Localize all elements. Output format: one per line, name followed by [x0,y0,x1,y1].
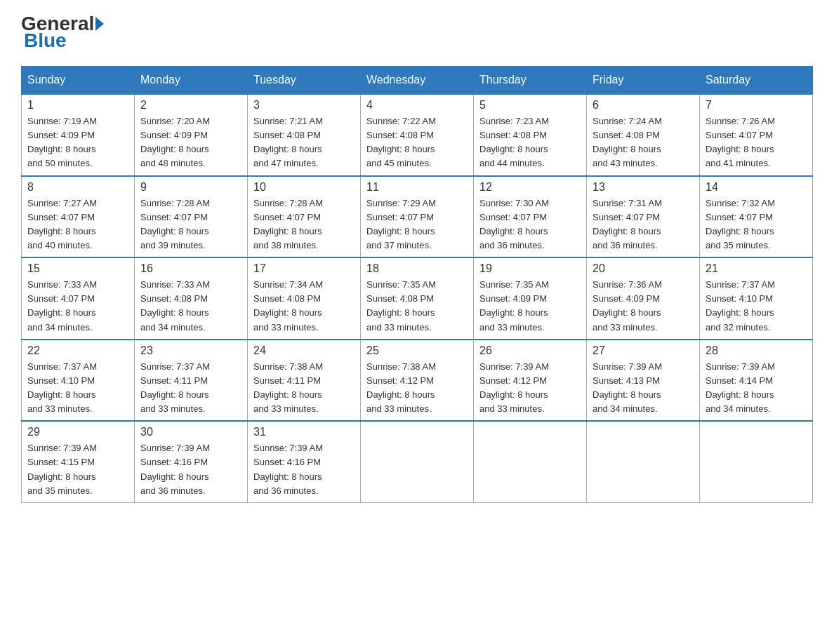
calendar-cell: 30 Sunrise: 7:39 AM Sunset: 4:16 PM Dayl… [135,421,248,502]
weekday-header-friday: Friday [587,67,700,95]
day-info: Sunrise: 7:33 AM Sunset: 4:07 PM Dayligh… [27,278,128,335]
day-number: 24 [253,344,355,357]
calendar-cell: 2 Sunrise: 7:20 AM Sunset: 4:09 PM Dayli… [135,94,248,176]
calendar-cell [474,421,587,502]
day-number: 20 [593,262,694,275]
day-number: 15 [27,262,128,275]
day-number: 19 [479,262,581,275]
week-row-5: 29 Sunrise: 7:39 AM Sunset: 4:15 PM Dayl… [22,421,813,502]
day-info: Sunrise: 7:37 AM Sunset: 4:10 PM Dayligh… [706,278,807,335]
day-info: Sunrise: 7:24 AM Sunset: 4:08 PM Dayligh… [593,114,694,171]
day-info: Sunrise: 7:39 AM Sunset: 4:14 PM Dayligh… [706,360,807,417]
week-row-1: 1 Sunrise: 7:19 AM Sunset: 4:09 PM Dayli… [22,94,813,176]
day-number: 10 [253,181,355,194]
day-number: 9 [140,181,241,194]
weekday-header-saturday: Saturday [700,67,813,95]
calendar-cell: 7 Sunrise: 7:26 AM Sunset: 4:07 PM Dayli… [700,94,813,176]
calendar-cell: 29 Sunrise: 7:39 AM Sunset: 4:15 PM Dayl… [22,421,135,502]
calendar-cell: 14 Sunrise: 7:32 AM Sunset: 4:07 PM Dayl… [700,176,813,258]
calendar-cell: 31 Sunrise: 7:39 AM Sunset: 4:16 PM Dayl… [248,421,361,502]
header: General Blue [21,14,813,52]
day-info: Sunrise: 7:35 AM Sunset: 4:09 PM Dayligh… [479,278,581,335]
day-number: 31 [253,426,355,438]
calendar-cell: 3 Sunrise: 7:21 AM Sunset: 4:08 PM Dayli… [248,94,361,176]
day-info: Sunrise: 7:30 AM Sunset: 4:07 PM Dayligh… [479,196,581,253]
calendar-cell: 27 Sunrise: 7:39 AM Sunset: 4:13 PM Dayl… [587,340,700,422]
logo-triangle-icon [95,17,104,31]
calendar-cell: 20 Sunrise: 7:36 AM Sunset: 4:09 PM Dayl… [587,257,700,340]
day-number: 5 [479,99,581,112]
day-number: 18 [366,262,468,275]
day-info: Sunrise: 7:32 AM Sunset: 4:07 PM Dayligh… [706,196,807,253]
calendar-cell: 13 Sunrise: 7:31 AM Sunset: 4:07 PM Dayl… [587,176,700,258]
weekday-header-tuesday: Tuesday [248,67,361,95]
day-number: 27 [593,344,694,357]
day-number: 23 [140,344,241,357]
week-row-4: 22 Sunrise: 7:37 AM Sunset: 4:10 PM Dayl… [22,340,813,422]
day-info: Sunrise: 7:39 AM Sunset: 4:15 PM Dayligh… [27,441,128,498]
day-info: Sunrise: 7:28 AM Sunset: 4:07 PM Dayligh… [140,196,241,253]
calendar-cell: 25 Sunrise: 7:38 AM Sunset: 4:12 PM Dayl… [361,340,474,422]
week-row-3: 15 Sunrise: 7:33 AM Sunset: 4:07 PM Dayl… [22,257,813,340]
day-number: 22 [27,344,128,357]
day-number: 11 [366,181,468,194]
calendar-cell: 5 Sunrise: 7:23 AM Sunset: 4:08 PM Dayli… [474,94,587,176]
calendar-cell: 9 Sunrise: 7:28 AM Sunset: 4:07 PM Dayli… [135,176,248,258]
day-number: 28 [706,344,807,357]
day-info: Sunrise: 7:34 AM Sunset: 4:08 PM Dayligh… [253,278,355,335]
calendar-cell: 19 Sunrise: 7:35 AM Sunset: 4:09 PM Dayl… [474,257,587,340]
calendar-cell [700,421,813,502]
day-number: 29 [27,426,128,438]
day-number: 26 [479,344,581,357]
calendar-cell: 8 Sunrise: 7:27 AM Sunset: 4:07 PM Dayli… [22,176,135,258]
day-info: Sunrise: 7:33 AM Sunset: 4:08 PM Dayligh… [140,278,241,335]
calendar-body: 1 Sunrise: 7:19 AM Sunset: 4:09 PM Dayli… [22,94,813,502]
day-info: Sunrise: 7:22 AM Sunset: 4:08 PM Dayligh… [366,114,468,171]
calendar-cell: 15 Sunrise: 7:33 AM Sunset: 4:07 PM Dayl… [22,257,135,340]
day-info: Sunrise: 7:20 AM Sunset: 4:09 PM Dayligh… [140,114,241,171]
calendar-cell: 18 Sunrise: 7:35 AM Sunset: 4:08 PM Dayl… [361,257,474,340]
day-info: Sunrise: 7:38 AM Sunset: 4:12 PM Dayligh… [366,360,468,417]
calendar-cell [361,421,474,502]
day-info: Sunrise: 7:39 AM Sunset: 4:12 PM Dayligh… [479,360,581,417]
week-row-2: 8 Sunrise: 7:27 AM Sunset: 4:07 PM Dayli… [22,176,813,258]
calendar-cell: 26 Sunrise: 7:39 AM Sunset: 4:12 PM Dayl… [474,340,587,422]
day-info: Sunrise: 7:19 AM Sunset: 4:09 PM Dayligh… [27,114,128,171]
calendar-cell: 24 Sunrise: 7:38 AM Sunset: 4:11 PM Dayl… [248,340,361,422]
calendar-cell: 17 Sunrise: 7:34 AM Sunset: 4:08 PM Dayl… [248,257,361,340]
day-info: Sunrise: 7:29 AM Sunset: 4:07 PM Dayligh… [366,196,468,253]
day-number: 13 [593,181,694,194]
day-info: Sunrise: 7:39 AM Sunset: 4:13 PM Dayligh… [593,360,694,417]
day-info: Sunrise: 7:36 AM Sunset: 4:09 PM Dayligh… [593,278,694,335]
day-info: Sunrise: 7:26 AM Sunset: 4:07 PM Dayligh… [706,114,807,171]
day-info: Sunrise: 7:27 AM Sunset: 4:07 PM Dayligh… [27,196,128,253]
day-info: Sunrise: 7:38 AM Sunset: 4:11 PM Dayligh… [253,360,355,417]
calendar-cell: 11 Sunrise: 7:29 AM Sunset: 4:07 PM Dayl… [361,176,474,258]
day-info: Sunrise: 7:39 AM Sunset: 4:16 PM Dayligh… [253,441,355,498]
day-number: 25 [366,344,468,357]
calendar-cell: 23 Sunrise: 7:37 AM Sunset: 4:11 PM Dayl… [135,340,248,422]
logo: General Blue [21,14,105,52]
calendar-cell: 10 Sunrise: 7:28 AM Sunset: 4:07 PM Dayl… [248,176,361,258]
day-number: 1 [27,99,128,112]
day-info: Sunrise: 7:39 AM Sunset: 4:16 PM Dayligh… [140,441,241,498]
logo-blue-label: Blue [24,29,67,52]
weekday-header-sunday: Sunday [22,67,135,95]
calendar-cell: 12 Sunrise: 7:30 AM Sunset: 4:07 PM Dayl… [474,176,587,258]
day-number: 21 [706,262,807,275]
day-number: 3 [253,99,355,112]
day-number: 16 [140,262,241,275]
calendar-cell: 4 Sunrise: 7:22 AM Sunset: 4:08 PM Dayli… [361,94,474,176]
day-info: Sunrise: 7:35 AM Sunset: 4:08 PM Dayligh… [366,278,468,335]
calendar-header: SundayMondayTuesdayWednesdayThursdayFrid… [22,67,813,95]
calendar-cell: 28 Sunrise: 7:39 AM Sunset: 4:14 PM Dayl… [700,340,813,422]
day-number: 2 [140,99,241,112]
day-number: 4 [366,99,468,112]
day-info: Sunrise: 7:28 AM Sunset: 4:07 PM Dayligh… [253,196,355,253]
day-info: Sunrise: 7:37 AM Sunset: 4:11 PM Dayligh… [140,360,241,417]
day-number: 12 [479,181,581,194]
weekday-header-row: SundayMondayTuesdayWednesdayThursdayFrid… [22,67,813,95]
day-number: 17 [253,262,355,275]
day-info: Sunrise: 7:21 AM Sunset: 4:08 PM Dayligh… [253,114,355,171]
day-number: 7 [706,99,807,112]
